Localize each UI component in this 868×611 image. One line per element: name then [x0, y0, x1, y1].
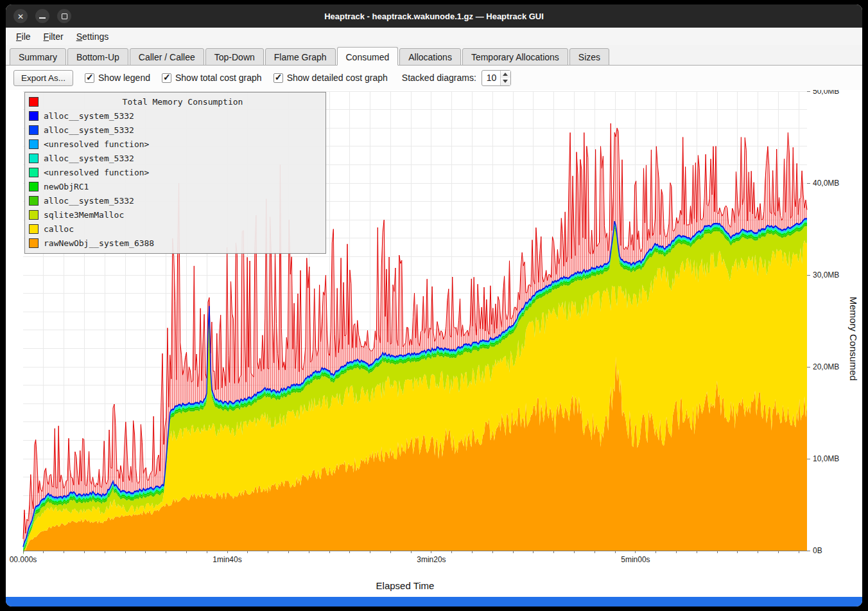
- menu-settings[interactable]: Settings: [70, 30, 116, 44]
- tab-flame-graph[interactable]: Flame Graph: [265, 48, 336, 66]
- show-detailed-cost-option: Show detailed cost graph: [273, 73, 388, 83]
- svg-text:20,0MB: 20,0MB: [813, 362, 839, 371]
- stacked-diagrams-spinbox[interactable]: 10: [482, 70, 511, 86]
- close-icon: [17, 10, 24, 22]
- legend-item: alloc__system_5332: [29, 151, 322, 165]
- legend-item: alloc__system_5332: [29, 123, 322, 137]
- stacked-diagrams-label: Stacked diagrams:: [402, 73, 476, 83]
- tab-bar: Summary Bottom-Up Caller / Callee Top-Do…: [6, 45, 862, 66]
- svg-text:1min40s: 1min40s: [213, 555, 241, 564]
- maximize-button[interactable]: [57, 9, 71, 23]
- export-as-button[interactable]: Export As...: [13, 70, 73, 86]
- x-axis-title: Elapsed Time: [6, 580, 804, 591]
- show-total-cost-label: Show total cost graph: [175, 73, 262, 83]
- svg-text:3min20s: 3min20s: [417, 555, 446, 564]
- legend-item: <unresolved function>: [29, 137, 322, 151]
- svg-text:10,0MB: 10,0MB: [813, 454, 839, 463]
- minimize-icon: [39, 17, 46, 19]
- chevron-up-icon: [503, 73, 508, 76]
- show-total-cost-checkbox[interactable]: [162, 73, 171, 83]
- spin-down-button[interactable]: [501, 78, 510, 85]
- legend-swatch-total: [29, 97, 39, 107]
- tab-consumed[interactable]: Consumed: [337, 47, 399, 66]
- chart-legend: Total Memory Consumption alloc__system_5…: [24, 92, 326, 254]
- tab-caller-callee[interactable]: Caller / Callee: [130, 48, 204, 66]
- legend-title: Total Memory Consumption: [44, 97, 322, 107]
- titlebar[interactable]: Heaptrack - heaptrack.wakunode.1.gz — He…: [6, 4, 862, 28]
- tab-summary[interactable]: Summary: [10, 48, 66, 66]
- tab-top-down[interactable]: Top-Down: [205, 48, 264, 66]
- svg-text:40,0MB: 40,0MB: [813, 179, 839, 188]
- heaptrack-window: Heaptrack - heaptrack.wakunode.1.gz — He…: [6, 4, 862, 607]
- show-legend-checkbox[interactable]: [85, 73, 94, 83]
- maximize-icon: [62, 13, 67, 19]
- menubar: File Filter Settings: [6, 28, 862, 45]
- show-legend-option: Show legend: [85, 73, 150, 83]
- show-detailed-cost-checkbox[interactable]: [273, 73, 283, 83]
- window-title: Heaptrack - heaptrack.wakunode.1.gz — He…: [324, 12, 544, 21]
- tab-allocations[interactable]: Allocations: [399, 48, 461, 66]
- svg-text:5min00s: 5min00s: [621, 555, 650, 564]
- legend-swatch: [29, 196, 39, 206]
- legend-item: rawNewObj__system_6388: [29, 236, 322, 250]
- tab-temporary-allocations[interactable]: Temporary Allocations: [462, 48, 568, 66]
- tab-bottom-up[interactable]: Bottom-Up: [67, 48, 128, 66]
- legend-swatch: [29, 224, 39, 234]
- legend-item: alloc__system_5332: [29, 109, 322, 123]
- legend-swatch: [29, 182, 39, 191]
- legend-item: calloc: [29, 222, 322, 236]
- spin-up-button[interactable]: [501, 71, 510, 78]
- menu-file[interactable]: File: [10, 30, 37, 44]
- minimize-button[interactable]: [35, 9, 49, 23]
- svg-text:00.000s: 00.000s: [10, 555, 37, 564]
- bottom-panel: [6, 597, 862, 607]
- tab-sizes[interactable]: Sizes: [569, 48, 609, 66]
- y-axis-title: Memory Consumed: [848, 296, 859, 380]
- toolbar: Export As... Show legend Show total cost…: [6, 66, 862, 90]
- legend-title-row: Total Memory Consumption: [29, 94, 322, 109]
- menu-filter[interactable]: Filter: [37, 30, 70, 44]
- chart-area[interactable]: 0B10,0MB20,0MB30,0MB40,0MB50,0MB00.000s1…: [6, 90, 862, 597]
- show-detailed-cost-label: Show detailed cost graph: [287, 73, 388, 83]
- show-total-cost-option: Show total cost graph: [162, 73, 262, 83]
- svg-text:50,0MB: 50,0MB: [813, 90, 839, 96]
- legend-swatch: [29, 125, 39, 135]
- legend-swatch: [29, 154, 39, 163]
- spinbox-arrows: [500, 71, 510, 85]
- chevron-down-icon: [503, 80, 508, 83]
- svg-text:0B: 0B: [813, 546, 822, 555]
- legend-swatch: [29, 238, 39, 248]
- window-controls: [13, 4, 71, 28]
- legend-swatch: [29, 139, 39, 149]
- legend-swatch: [29, 210, 39, 220]
- legend-item: newObjRC1: [29, 179, 322, 193]
- legend-item: <unresolved function>: [29, 165, 322, 179]
- stacked-diagrams-value[interactable]: 10: [482, 71, 500, 85]
- show-legend-label: Show legend: [98, 73, 150, 83]
- legend-item: alloc__system_5332: [29, 193, 322, 208]
- close-button[interactable]: [13, 9, 28, 23]
- svg-text:30,0MB: 30,0MB: [813, 270, 839, 279]
- legend-swatch: [29, 111, 39, 121]
- legend-item: sqlite3MemMalloc: [29, 208, 322, 222]
- legend-swatch: [29, 168, 39, 177]
